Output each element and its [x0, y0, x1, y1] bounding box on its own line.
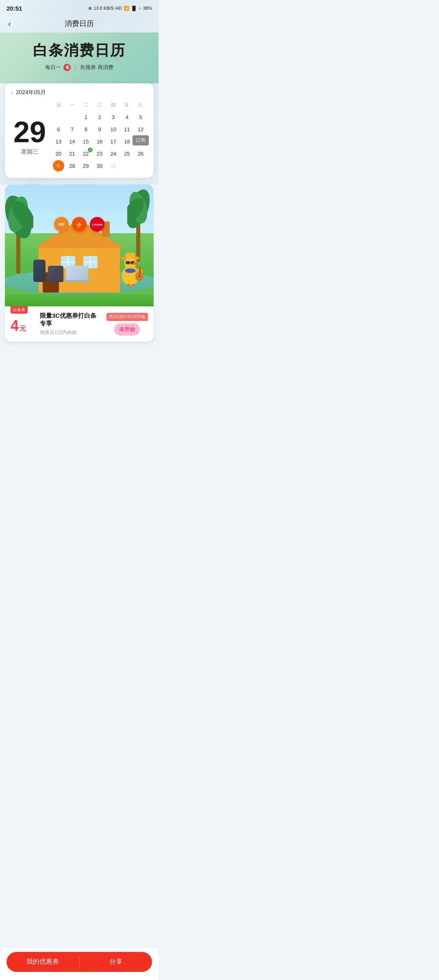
- day-cell[interactable]: 8: [79, 124, 92, 135]
- day-cell[interactable]: [52, 111, 65, 123]
- day-cell[interactable]: 4: [121, 111, 134, 123]
- day-cell[interactable]: 10: [107, 124, 120, 135]
- coupon-unit: 元: [20, 325, 26, 333]
- day-cell[interactable]: 7: [66, 124, 79, 135]
- today-cell[interactable]: 今: [53, 160, 64, 171]
- day-cell-muted[interactable]: 31: [107, 160, 120, 171]
- status-time: 20:51: [7, 5, 22, 12]
- day-cell[interactable]: 20: [52, 148, 65, 159]
- coupon-body: 4 元: [11, 319, 35, 333]
- product-laptop: [66, 266, 90, 282]
- product-pot: [48, 266, 63, 282]
- hero-subtitle: 每日一 省 | 先领券 再消费: [8, 64, 150, 71]
- palm-tree-left: [5, 193, 33, 274]
- hero-title: 白条消费日历: [8, 41, 150, 61]
- brand-logo-mi: mi: [54, 217, 69, 232]
- day-cell-22[interactable]: 22 ✓: [79, 148, 92, 159]
- day-cell[interactable]: 5: [134, 111, 147, 123]
- coupon-amount: 4: [11, 319, 19, 333]
- hd-icon: HD: [115, 6, 122, 11]
- subtitle-right: 先领券 再消费: [80, 64, 113, 71]
- top-header: ‹ 消费日历: [0, 15, 159, 33]
- bluetooth-icon: ⊕: [88, 6, 92, 11]
- day-cell[interactable]: 17: [107, 136, 120, 147]
- day-cell[interactable]: 26: [134, 148, 147, 159]
- weekday-wed: 三: [93, 101, 106, 109]
- product-banner: mi ⚡ Lenovo: [5, 184, 154, 306]
- day-cell[interactable]: 14: [66, 136, 79, 147]
- day-cell[interactable]: 21: [66, 148, 79, 159]
- subtitle-divider: |: [75, 65, 76, 71]
- checkmark-badge: ✓: [88, 147, 93, 152]
- day-cell[interactable]: 12: [134, 124, 147, 135]
- coupon-status: 未开始: [114, 323, 140, 336]
- svg-rect-21: [126, 261, 130, 265]
- weekday-mon: 一: [65, 101, 79, 109]
- day-cell[interactable]: 23: [93, 148, 106, 159]
- battery-icon: ○: [139, 6, 141, 11]
- day-cell[interactable]: 18: [121, 136, 134, 147]
- status-bar: 20:51 ⊕ 13.0 KB/S HD 📶 ▐▌ ○ 38%: [0, 0, 159, 15]
- weekday-fri: 五: [120, 101, 133, 109]
- brand-logos: mi ⚡ Lenovo: [54, 217, 104, 232]
- date-display: 29 星期三: [11, 101, 52, 171]
- subtitle-left: 每日一: [45, 64, 61, 71]
- brand-logo-fastcharge: ⚡: [72, 217, 87, 232]
- back-button[interactable]: ‹: [8, 19, 11, 28]
- calendar-body: 29 星期三 日 一 二 三 四 五 六 1: [11, 101, 147, 171]
- day-cell[interactable]: 6: [52, 124, 65, 135]
- coupon-value: 4 元: [11, 319, 35, 333]
- day-cell[interactable]: 9: [93, 124, 106, 135]
- calendar-card: ‹ 2024年05月 29 星期三 日 一 二 三 四 五 六: [5, 83, 154, 178]
- svg-point-24: [133, 262, 138, 265]
- calendar-prev-button[interactable]: ‹: [11, 89, 13, 96]
- coupon-title: 限量3C优惠券打白条专享: [40, 312, 102, 327]
- coupon-time-label: 05月29日 00:00开抢: [106, 313, 148, 321]
- day-cell[interactable]: [66, 111, 79, 123]
- brand-logo-lenovo: Lenovo: [90, 217, 104, 232]
- day-cell[interactable]: 30: [93, 160, 106, 171]
- day-cell[interactable]: 16: [93, 136, 106, 147]
- svg-rect-31: [127, 284, 130, 286]
- weekday-sun: 日: [52, 101, 65, 109]
- weekday-thu: 四: [106, 101, 120, 109]
- weekday-tue: 二: [79, 101, 93, 109]
- coupon-card: 白条券 4 元 限量3C优惠券打白条专享 领券后1日内有效 05月29日 00:…: [5, 306, 154, 342]
- bottom-spacer: [0, 342, 159, 374]
- day-cell[interactable]: 15: [79, 136, 92, 147]
- signal-icon: ▐▌: [131, 6, 137, 11]
- svg-point-29: [138, 275, 141, 278]
- products-shelf: [33, 260, 90, 282]
- day-cell[interactable]: 25: [121, 148, 134, 159]
- day-cell[interactable]: 28: [66, 160, 79, 171]
- day-cell[interactable]: 1: [79, 111, 92, 123]
- hero-banner: 白条消费日历 每日一 省 | 先领券 再消费: [0, 33, 159, 83]
- grass-ground: [5, 294, 154, 306]
- duck-character: [115, 249, 148, 290]
- wifi-icon: 📶: [124, 6, 129, 11]
- today-label: 今: [56, 163, 61, 169]
- calendar-month-label: 2024年05月: [16, 89, 46, 96]
- save-badge: 省: [63, 64, 71, 71]
- day-cell[interactable]: 13: [52, 136, 65, 147]
- subscribe-button[interactable]: 订阅: [133, 135, 149, 145]
- product-phone: [33, 260, 46, 282]
- page-title: 消费日历: [65, 19, 94, 28]
- coupon-info: 限量3C优惠券打白条专享 领券后1日内有效: [40, 312, 102, 336]
- weekday-row: 日 一 二 三 四 五 六: [52, 101, 147, 109]
- date-weekday: 星期三: [21, 148, 38, 156]
- weekday-sat: 六: [134, 101, 147, 109]
- svg-rect-32: [132, 284, 135, 286]
- network-speed: 13.0 KB/S: [93, 6, 114, 11]
- day-cell[interactable]: 11: [121, 124, 134, 135]
- coupon-desc: 领券后1日内有效: [40, 329, 102, 336]
- day-cell[interactable]: 3: [107, 111, 120, 123]
- coupon-tag: 白条券: [11, 306, 28, 314]
- day-cell[interactable]: 24: [107, 148, 120, 159]
- svg-point-33: [125, 269, 135, 273]
- calendar-header: ‹ 2024年05月: [11, 89, 147, 96]
- date-number: 29: [13, 117, 46, 147]
- day-cell: [121, 160, 134, 171]
- day-cell[interactable]: 29: [79, 160, 92, 171]
- day-cell[interactable]: 2: [93, 111, 106, 123]
